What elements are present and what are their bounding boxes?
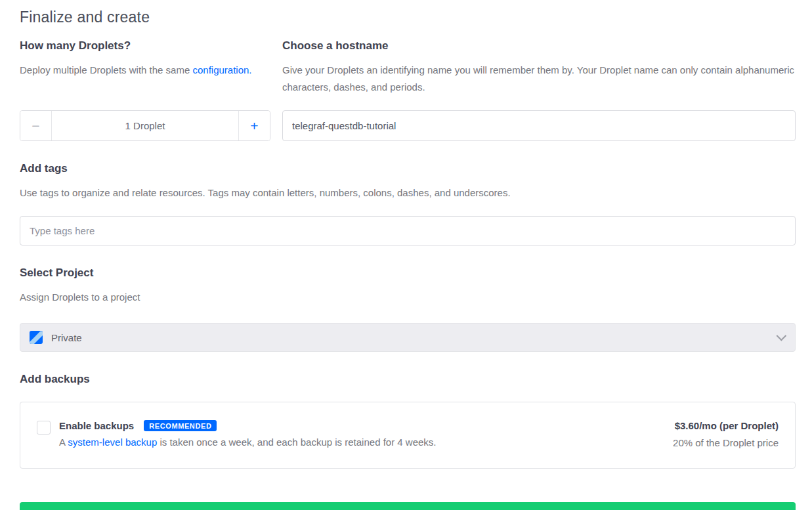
page-title: Finalize and create [20, 9, 796, 26]
decrement-droplets-button[interactable]: − [20, 111, 52, 140]
backups-price: $3.60/mo (per Droplet) [673, 420, 779, 431]
enable-backups-checkbox[interactable] [37, 421, 51, 435]
backups-card: Enable backups RECOMMENDED A system-leve… [20, 402, 796, 469]
backups-pricing: $3.60/mo (per Droplet) 20% of the Drople… [673, 420, 779, 448]
tags-description: Use tags to organize and relate resource… [20, 184, 796, 202]
backups-heading: Add backups [20, 373, 796, 386]
hostname-section: Choose a hostname Give your Droplets an … [282, 39, 796, 96]
finalize-and-create-page: Finalize and create How many Droplets? D… [0, 0, 812, 510]
create-droplet-button[interactable]: Create Droplet [20, 502, 796, 510]
project-heading: Select Project [20, 266, 796, 280]
enable-backups-label: Enable backups [59, 420, 134, 431]
increment-droplets-button[interactable]: + [238, 111, 270, 140]
top-sections: How many Droplets? Deploy multiple Dropl… [20, 39, 796, 141]
project-description: Assign Droplets to a project [20, 289, 796, 306]
backups-section: Add backups Enable backups RECOMMENDED A… [20, 373, 796, 469]
backups-texts: Enable backups RECOMMENDED A system-leve… [59, 420, 437, 448]
backups-detail: A system-level backup is taken once a we… [59, 436, 437, 448]
project-icon [30, 331, 43, 344]
droplet-count-heading: How many Droplets? [20, 39, 270, 53]
selected-project-name: Private [51, 332, 776, 343]
tags-control [20, 216, 796, 245]
project-section: Select Project Assign Droplets to a proj… [20, 266, 796, 352]
backups-price-note: 20% of the Droplet price [673, 437, 779, 448]
droplet-count-value: 1 Droplet [52, 111, 238, 140]
hostname-description: Give your Droplets an identifying name y… [282, 62, 796, 96]
hostname-control [282, 110, 796, 141]
droplet-count-stepper: − 1 Droplet + [20, 110, 270, 141]
backups-detail-prefix: A [59, 436, 68, 448]
backups-option: Enable backups RECOMMENDED A system-leve… [37, 420, 437, 448]
hostname-heading: Choose a hostname [282, 39, 796, 53]
chevron-down-icon [777, 330, 787, 341]
backups-label-row: Enable backups RECOMMENDED [59, 420, 437, 431]
droplet-count-description-text: Deploy multiple Droplets with the same [20, 64, 192, 75]
droplet-count-description: Deploy multiple Droplets with the same c… [20, 62, 270, 79]
droplet-count-control: − 1 Droplet + [20, 110, 270, 141]
configuration-link[interactable]: configuration. [192, 64, 251, 75]
tags-input[interactable] [20, 216, 796, 245]
project-select-dropdown[interactable]: Private [20, 323, 796, 352]
hostname-input[interactable] [282, 110, 796, 141]
tags-heading: Add tags [20, 162, 796, 175]
tags-section: Add tags Use tags to organize and relate… [20, 162, 796, 245]
backups-detail-suffix: is taken once a week, and each backup is… [157, 436, 436, 448]
droplet-count-section: How many Droplets? Deploy multiple Dropl… [20, 39, 270, 79]
recommended-badge: RECOMMENDED [144, 420, 217, 431]
system-level-backup-link[interactable]: system-level backup [68, 436, 157, 448]
